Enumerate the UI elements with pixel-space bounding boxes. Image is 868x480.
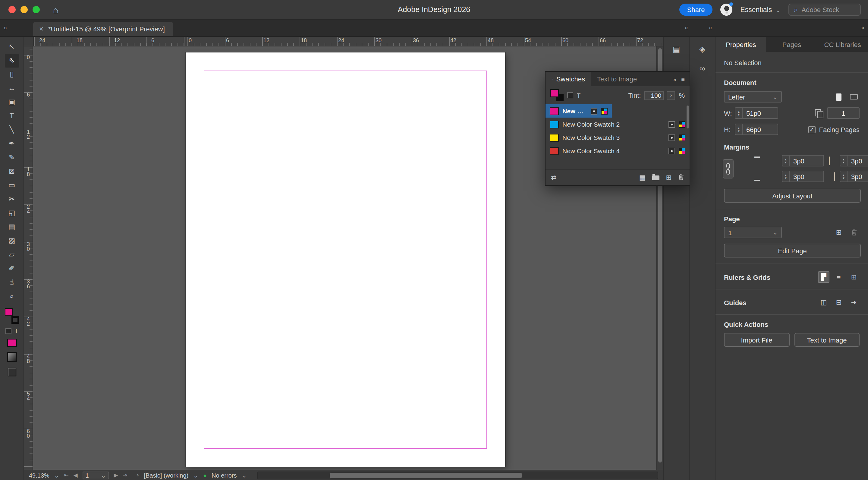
formatting-affects-text-icon[interactable]: T [14, 327, 18, 334]
pen-tool[interactable]: ✒ [4, 137, 19, 151]
tab-properties[interactable]: Properties [715, 37, 767, 52]
top-margin-stepper[interactable]: ▴▾ 3p0 [782, 155, 824, 167]
right-margin-stepper[interactable]: ▴▾ 3p0 [840, 171, 868, 182]
bottom-margin-value[interactable]: 3p0 [789, 173, 808, 180]
swatch-list-scrollbar[interactable] [687, 106, 689, 128]
close-window-button[interactable] [8, 6, 16, 13]
page-tool[interactable]: ▯ [4, 67, 19, 82]
show-guides-icon[interactable]: ◫ [818, 297, 830, 308]
tab-pages[interactable]: Pages [767, 37, 817, 52]
rectangle-tool[interactable]: ▭ [4, 179, 19, 192]
free-transform-tool[interactable]: ◱ [4, 206, 19, 220]
link-margins-button[interactable] [723, 159, 734, 178]
document-page[interactable] [186, 53, 505, 467]
zoom-window-button[interactable] [33, 6, 40, 13]
swatch-fill-stroke-proxy[interactable] [550, 89, 564, 101]
tint-dropdown-icon[interactable]: › [667, 91, 675, 100]
frame-tool[interactable]: ⊠ [4, 164, 19, 179]
top-margin-value[interactable]: 3p0 [789, 157, 808, 164]
first-page-icon[interactable]: ⇤ [64, 472, 69, 478]
page-number-field[interactable]: 1 ⌄ [83, 471, 109, 479]
hand-tool[interactable]: ☝ [4, 276, 19, 290]
direct-selection-tool[interactable]: ⇖ [4, 54, 19, 67]
pages-panel-icon[interactable]: ▤ [669, 41, 684, 56]
gradient-swatch-tool[interactable]: ▤ [4, 220, 19, 234]
panel-menu-icon[interactable]: ≡ [681, 76, 685, 82]
width-value[interactable]: 51p0 [743, 110, 765, 117]
horizontal-ruler[interactable]: 2418126061218243036424854606672 [24, 37, 663, 47]
left-margin-stepper[interactable]: ▴▾ 3p0 [840, 155, 868, 167]
zoom-chevron-icon[interactable]: ⌄ [54, 472, 59, 479]
height-stepper[interactable]: ▴▾ 66p0 [735, 124, 778, 135]
horizontal-scrollbar[interactable] [257, 471, 658, 479]
type-tool[interactable]: T [4, 109, 19, 123]
zoom-level-value[interactable]: 49.13% [29, 472, 50, 479]
formatting-affects-container-icon[interactable] [567, 92, 573, 98]
tab-cc-libraries[interactable]: CC Libraries [817, 37, 868, 52]
close-tab-icon[interactable]: × [39, 25, 43, 33]
links-panel-icon[interactable]: ∞ [695, 61, 710, 76]
width-stepper[interactable]: ▴▾ 51p0 [735, 107, 778, 119]
tab-text-to-image[interactable]: Text to Image [591, 72, 643, 86]
page-size-select[interactable]: Letter ⌄ [724, 91, 782, 102]
height-value[interactable]: 66p0 [743, 126, 765, 133]
delete-page-icon[interactable] [848, 227, 860, 238]
stepper-arrows-icon[interactable]: ▴▾ [840, 156, 847, 166]
apply-color-button[interactable] [7, 339, 17, 347]
text-to-image-button[interactable]: Text to Image [794, 333, 860, 347]
stepper-arrows-icon[interactable]: ▴▾ [840, 171, 847, 181]
line-tool[interactable]: ╲ [4, 123, 19, 137]
add-page-icon[interactable]: ⊞ [833, 227, 844, 238]
lock-guides-icon[interactable]: ⇥ [848, 297, 860, 308]
workspace-switcher[interactable]: Essentials ⌄ [740, 6, 781, 13]
previous-page-icon[interactable]: ◀ [73, 472, 78, 478]
facing-pages-checkbox[interactable]: ✓ [808, 126, 815, 133]
swatch-themes-icon[interactable]: ⇄ [551, 174, 556, 181]
eyedropper-tool[interactable]: ✐ [4, 262, 19, 276]
layers-panel-icon[interactable]: ◈ [695, 41, 710, 56]
stepper-arrows-icon[interactable]: ▴▾ [735, 124, 743, 134]
apply-gradient-button[interactable] [7, 352, 17, 362]
swatch-row[interactable]: New Color Swatch 4 [546, 144, 689, 157]
gap-tool[interactable]: ↔ [4, 82, 19, 95]
formatting-affects-text-icon[interactable]: T [577, 92, 581, 98]
swatch-row[interactable]: New Color Swatch 3 [546, 131, 689, 144]
preflight-profile-label[interactable]: [Basic] (working) [144, 472, 188, 479]
next-page-icon[interactable]: ▶ [114, 472, 118, 478]
content-collector-tool[interactable]: ▣ [4, 95, 19, 109]
stroke-color-box[interactable] [11, 316, 19, 324]
scissors-tool[interactable]: ✂ [4, 192, 19, 206]
share-button[interactable]: Share [679, 4, 713, 16]
bottom-margin-stepper[interactable]: ▴▾ 3p0 [782, 171, 824, 182]
collapse-right-dock-icon[interactable]: » [861, 24, 864, 31]
new-swatch-icon[interactable]: ⊞ [666, 174, 672, 181]
edit-page-button[interactable]: Edit Page [724, 244, 861, 258]
minimize-window-button[interactable] [21, 6, 28, 13]
show-rulers-icon[interactable]: ▛ [818, 271, 830, 283]
collapse-dock-icon-2[interactable]: « [709, 24, 712, 31]
current-page-select[interactable]: 1 ⌄ [724, 227, 782, 238]
error-chevron-icon[interactable]: ⌄ [241, 472, 247, 479]
tint-value-field[interactable]: 100 [644, 91, 664, 100]
fill-stroke-proxy[interactable] [3, 308, 20, 324]
preflight-chevron-icon[interactable]: ⌄ [193, 472, 198, 479]
right-margin-value[interactable]: 3p0 [847, 173, 866, 180]
landscape-orientation-button[interactable] [848, 91, 860, 102]
delete-swatch-icon[interactable] [678, 174, 684, 181]
collapse-dock-icon-1[interactable]: « [685, 24, 688, 31]
pages-count-field[interactable]: 1 [827, 107, 860, 119]
adobe-stock-search[interactable]: ⌕ Adobe Stock [788, 4, 861, 16]
expand-left-dock-icon[interactable]: » [4, 24, 7, 31]
vertical-ruler[interactable]: 061 21 82 43 03 64 24 85 46 0 [24, 47, 33, 470]
stepper-arrows-icon[interactable]: ▴▾ [782, 171, 789, 181]
portrait-orientation-button[interactable] [833, 91, 844, 102]
error-status-label[interactable]: No errors [212, 472, 237, 479]
screen-mode-button[interactable] [7, 368, 16, 376]
stepper-arrows-icon[interactable]: ▴▾ [782, 156, 789, 166]
adjust-layout-button[interactable]: Adjust Layout [724, 189, 861, 203]
tab-swatches[interactable]: ◦ Swatches [546, 72, 591, 86]
swatch-row[interactable]: New Color Swatch [546, 104, 612, 118]
import-file-button[interactable]: Import File [724, 333, 789, 347]
panel-collapse-icon[interactable]: » [673, 76, 676, 82]
horizontal-scrollbar-thumb[interactable] [330, 473, 522, 478]
